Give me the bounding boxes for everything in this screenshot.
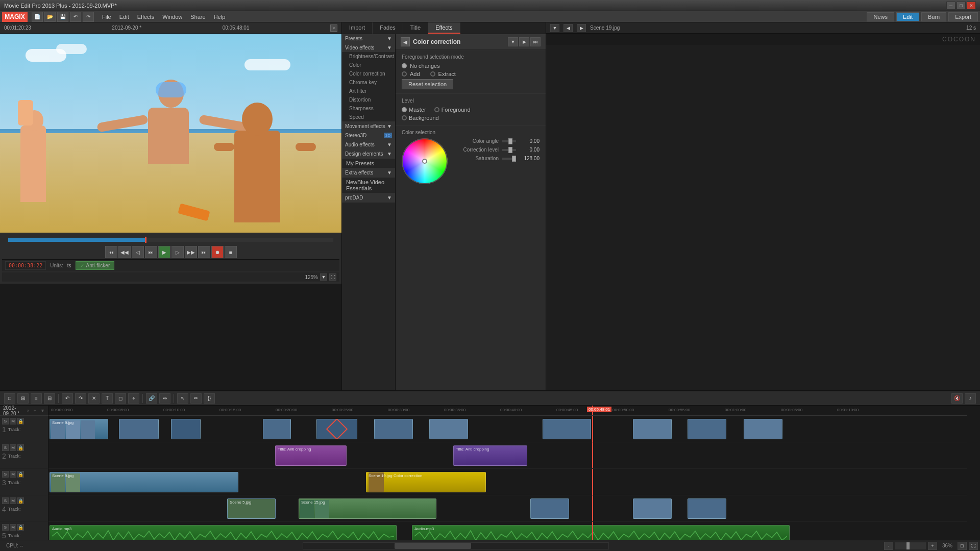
toolbar-icon-new[interactable]: 📄 [32,12,43,22]
correction-level-slider[interactable] [502,149,516,151]
mode-news[interactable]: News [867,12,894,21]
track1-clip-1[interactable]: Scene 9.jpg [50,419,108,439]
cc-play-button[interactable]: ▶ [519,37,529,46]
track4-lock[interactable]: 🔒 [17,497,24,504]
menu-edit[interactable]: Edit [115,13,133,21]
tl-undo-btn[interactable]: ↶ [62,393,73,404]
tl-storyboard-view[interactable]: ≡ [31,393,42,404]
transport-play-back[interactable]: ◀◀ [118,246,131,258]
tab-title[interactable]: Title [403,22,428,34]
sidebar-distortion[interactable]: Distortion [342,95,395,104]
master-radio[interactable] [402,107,407,112]
sidebar-color[interactable]: Color [342,61,395,69]
transport-prev-marker[interactable]: ◁ [132,246,144,258]
color-angle-thumb[interactable] [508,138,512,144]
antiflicker-toggle[interactable]: ✓ Anti-flicker [76,261,115,270]
toolbar-icon-save[interactable]: 💾 [57,12,68,22]
tl-stopmotion-btn[interactable]: ◻ [115,393,126,404]
zoom-out-btn[interactable]: - [884,542,893,550]
sidebar-color-correction[interactable]: Color correction [342,69,395,78]
zoom-in-btn[interactable]: + [928,542,937,550]
tab-effects[interactable]: Effects [428,22,460,34]
track4-clip-3[interactable] [530,498,569,519]
sidebar-brightness[interactable]: Brightness/Contrast [342,52,395,61]
sidebar-my-presets[interactable]: My Presets [342,159,395,168]
track3-lock[interactable]: 🔒 [17,471,24,478]
section-design-header[interactable]: Design elements ▼ [342,149,395,158]
section-movement-header[interactable]: Movement effects ▼ [342,122,395,131]
extract-radio[interactable] [430,71,435,77]
track5-lock[interactable]: 🔒 [17,524,24,531]
section-presets-header[interactable]: Presets ▼ [342,34,395,43]
track2-lock[interactable]: 🔒 [17,444,24,451]
track1-clip-8[interactable] [543,419,591,439]
tl-pointer-btn[interactable]: ↖ [177,393,188,404]
track2-clip-2[interactable]: Title: Anti cropping [453,445,527,466]
track1-clip-4[interactable] [263,419,291,439]
saturation-slider[interactable] [502,158,516,160]
section-video-effects-header[interactable]: Video effects ▼ [342,43,395,52]
track1-solo[interactable]: S [2,418,9,424]
background-radio[interactable] [402,115,407,120]
close-timeline-btn[interactable]: × [27,408,30,413]
fit-btn[interactable]: ⊡ [958,542,967,550]
track4-clip-4[interactable] [633,498,672,519]
tl-group-btn[interactable]: {} [204,393,215,404]
minimize-button[interactable]: ─ [946,2,955,10]
track3-solo[interactable]: S [2,471,9,478]
tl-pen-btn[interactable]: ✏ [190,393,202,404]
track2-clip-1[interactable]: Title: Anti cropping [275,445,347,466]
track1-clip-2[interactable] [119,419,159,439]
toolbar-icon-open[interactable]: 📂 [44,12,56,22]
track1-clip-7[interactable] [429,419,468,439]
sidebar-art-filter[interactable]: Art filter [342,87,395,95]
tl-delete-btn[interactable]: ✕ [88,393,100,404]
menu-window[interactable]: Window [158,13,186,21]
track4-clip-5[interactable] [688,498,726,519]
transport-record[interactable]: ⏺ [211,246,224,258]
track2-solo[interactable]: S [2,444,9,451]
track5-mute[interactable]: M [10,524,16,531]
nav-down-button[interactable]: ▼ [550,24,559,32]
mode-burn[interactable]: Burn [921,12,946,21]
track2-mute[interactable]: M [10,444,16,451]
cc-back-button[interactable]: ◀ [401,37,410,46]
toolbar-icon-redo[interactable]: ↷ [83,12,94,22]
zoom-slider[interactable] [895,542,926,549]
sidebar-newblue[interactable]: NewBlue Video Essentials [342,178,395,193]
close-button[interactable]: ✕ [967,2,976,10]
color-wheel[interactable] [402,138,448,184]
tl-link-btn[interactable]: 🔗 [146,393,157,404]
section-extra-header[interactable]: Extra effects ▼ [342,168,395,177]
tl-paste-btn[interactable]: ⌖ [128,393,139,404]
cc-next-button[interactable]: ⏭ [530,37,541,46]
tl-arrange-view[interactable]: ⊞ [17,393,29,404]
tl-text-btn[interactable]: T [102,393,113,404]
menu-file[interactable]: File [98,13,115,21]
track5-clip-2[interactable]: Audio.mp3 [412,525,790,540]
track5-clip-1[interactable]: Audio.mp3 [50,525,397,540]
add-radio[interactable] [402,71,407,77]
foreground-radio[interactable] [434,107,439,112]
track1-clip-6[interactable] [374,419,413,439]
transport-next-frame[interactable]: ⏭ [198,246,210,258]
track1-clip-11[interactable] [744,419,782,439]
transport-play[interactable]: ▶ [158,246,170,258]
track1-mute[interactable]: M [10,418,16,424]
tl-snap-btn[interactable]: ⇔ [159,393,170,404]
track3-mute[interactable]: M [10,471,16,478]
track4-mute[interactable]: M [10,497,16,504]
transport-fast-forward[interactable]: ▶▶ [185,246,197,258]
track-options-btn[interactable]: ▼ [40,408,45,413]
section-audio-header[interactable]: Audio effects ▼ [342,140,395,149]
mode-edit[interactable]: Edit [896,12,919,21]
mode-export[interactable]: Export [948,12,978,21]
track3-clip-1[interactable]: Scene 9.jpg [50,472,238,492]
nav-left-button[interactable]: ◀ [564,24,573,32]
section-stereo3d-header[interactable]: Stereo3D 3D [342,131,395,140]
no-changes-radio[interactable] [402,63,407,68]
saturation-thumb[interactable] [512,156,516,162]
tl-scene-view[interactable]: □ [4,393,15,404]
add-track-btn[interactable]: + [34,408,36,413]
tl-audio-btn[interactable]: ♪ [965,393,976,404]
